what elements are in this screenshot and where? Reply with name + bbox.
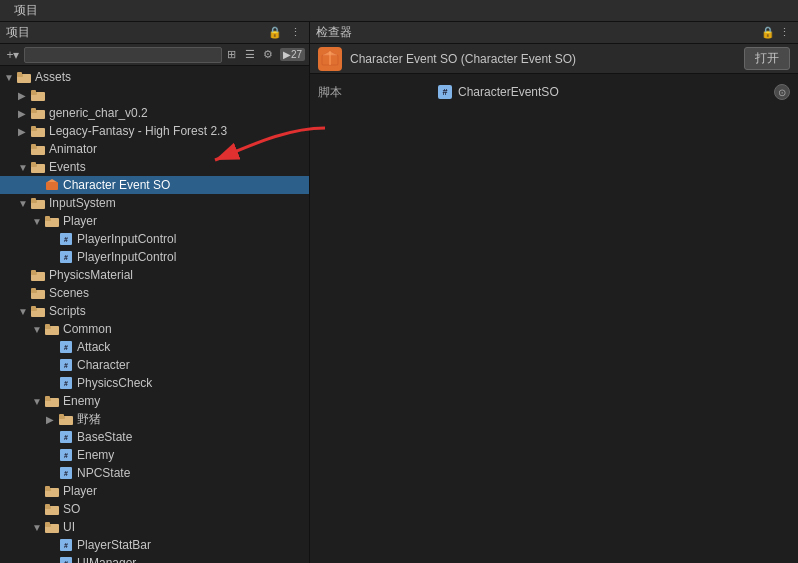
tree-icon-cs: # [58,555,74,563]
inspector-more-icon[interactable]: ⋮ [776,25,792,41]
tree-icon-folder [30,141,46,157]
tree-item-enemy_cs[interactable]: # Enemy [0,446,309,464]
svg-marker-19 [47,179,57,182]
script-name: CharacterEventSO [458,85,559,99]
tree-item-events[interactable]: ▼ Events [0,158,309,176]
inspector-asset-title: Character Event SO (Character Event SO) [350,52,736,66]
tree-arrow: ▼ [18,198,30,209]
svg-text:#: # [64,542,68,549]
tree-item-playerstatbar[interactable]: # PlayerStatBar [0,536,309,554]
svg-rect-22 [31,198,36,201]
tree-item-player1[interactable]: ▼ Player [0,212,309,230]
tree-item-common[interactable]: ▼ Common [0,320,309,338]
svg-rect-35 [31,288,36,291]
tree-icon-cs: # [58,375,74,391]
add-button[interactable]: +▾ [4,46,22,64]
svg-text:#: # [64,434,68,441]
tree-icon-folder [30,285,46,301]
tree-item-npcstate[interactable]: # NPCState [0,464,309,482]
tree-item-blank1[interactable]: ▶ [0,86,309,104]
tree-label: UI [63,520,75,534]
tree-item-yezhu[interactable]: ▶ 野猪 [0,410,309,428]
tree-icon-cs: # [58,537,74,553]
panel-header-icons: 🔒 ⋮ [267,25,303,41]
tree-label: Scenes [49,286,89,300]
tree-item-chareventso[interactable]: Character Event SO [0,176,309,194]
tree-item-inputsystem[interactable]: ▼ InputSystem [0,194,309,212]
tree-item-assets[interactable]: ▼ Assets [0,68,309,86]
svg-rect-32 [31,270,36,273]
so-icon [318,47,342,71]
tree-label: Enemy [63,394,100,408]
tree-icon-folder [30,267,46,283]
tree-item-physicsmaterial[interactable]: PhysicsMaterial [0,266,309,284]
project-panel-title: 项目 [6,24,267,41]
tree-icon-folder-open [16,69,32,85]
more-icon[interactable]: ⋮ [287,25,303,41]
svg-text:#: # [64,254,68,261]
svg-rect-17 [31,162,36,165]
tree-icon-folder [30,87,46,103]
tree-label: UIManager [77,556,136,563]
tree-item-enemy_folder[interactable]: ▼ Enemy [0,392,309,410]
tree-label: Character Event SO [63,178,170,192]
search-input[interactable] [24,47,222,63]
tree-item-playerinput2[interactable]: # PlayerInputControl [0,248,309,266]
tree-arrow: ▼ [32,216,44,227]
tree-label: Player [63,484,97,498]
tree-item-character[interactable]: # Character [0,356,309,374]
count-badge: ▶27 [280,48,305,61]
svg-text:#: # [64,362,68,369]
tree-label: generic_char_v0.2 [49,106,148,120]
tree-label: Enemy [77,448,114,462]
tree-icon-folder-open [44,393,60,409]
left-panel: 项目 🔒 ⋮ +▾ ⊞ ☰ ⚙ ▶27 ▼ Assets▶ ▶ [0,22,310,563]
tree-icon-folder-open [44,519,60,535]
tree-icon-folder-open [30,303,46,319]
tree-item-scenes[interactable]: Scenes [0,284,309,302]
tree-arrow: ▶ [18,126,30,137]
tree-item-ui_folder[interactable]: ▼ UI [0,518,309,536]
svg-text:#: # [64,344,68,351]
tree-icon-folder-open [30,159,46,175]
tree-label: PhysicsCheck [77,376,152,390]
tree-arrow: ▶ [46,414,58,425]
tree-item-so_folder[interactable]: SO [0,500,309,518]
svg-rect-18 [46,182,58,190]
tree-item-legacy[interactable]: ▶ Legacy-Fantasy - High Forest 2.3 [0,122,309,140]
script-value: # CharacterEventSO [438,85,774,99]
svg-text:#: # [64,380,68,387]
script-picker-button[interactable]: ⊙ [774,84,790,100]
tree-item-attack[interactable]: # Attack [0,338,309,356]
tree-label: PhysicsMaterial [49,268,133,282]
svg-rect-50 [45,396,50,399]
tree-icon-cs: # [58,357,74,373]
tree-item-scripts[interactable]: ▼ Scripts [0,302,309,320]
tree-label: PlayerInputControl [77,232,176,246]
inspector-toolbar: Character Event SO (Character Event SO) … [310,44,798,74]
lock-icon[interactable]: 🔒 [267,25,283,41]
tree-label: Legacy-Fantasy - High Forest 2.3 [49,124,227,138]
tree-label: Assets [35,70,71,84]
tree-item-uimanager[interactable]: # UIManager [0,554,309,563]
inspector-lock-icon[interactable]: 🔒 [760,25,776,41]
tree-item-generic[interactable]: ▶ generic_char_v0.2 [0,104,309,122]
tree-label: PlayerStatBar [77,538,151,552]
tree-item-basestate[interactable]: # BaseState [0,428,309,446]
tree-label: 野猪 [77,411,101,428]
menu-item-project[interactable]: 项目 [6,0,46,21]
script-row: 脚本 # CharacterEventSO ⊙ [318,82,790,102]
tree-icon-cs: # [58,249,74,265]
inspector-header-title: 检查器 [316,24,352,41]
tree-item-physicscheck[interactable]: # PhysicsCheck [0,374,309,392]
tree-label: Events [49,160,86,174]
svg-rect-53 [59,414,64,417]
open-button[interactable]: 打开 [744,47,790,70]
settings-icon[interactable]: ⚙ [260,47,276,63]
tree-item-player2[interactable]: Player [0,482,309,500]
svg-text:#: # [64,236,68,243]
filter-icon[interactable]: ⊞ [224,47,240,63]
view-icon[interactable]: ☰ [242,47,258,63]
tree-item-animator[interactable]: Animator [0,140,309,158]
tree-item-playerinput1[interactable]: # PlayerInputControl [0,230,309,248]
